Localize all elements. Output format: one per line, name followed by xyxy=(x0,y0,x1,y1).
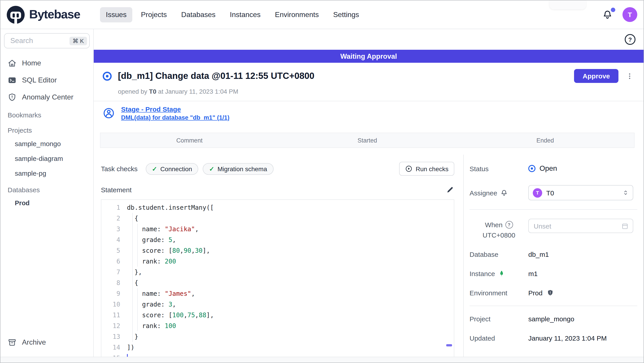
nav-tab-projects[interactable]: Projects xyxy=(135,7,173,22)
code-segment: 80 xyxy=(172,247,180,254)
code-segment: db.student.insertMany([ xyxy=(127,204,214,211)
task-check-label: Migration schema xyxy=(218,165,267,172)
task-check-pills: ✓Connection✓Migration schema xyxy=(146,163,273,175)
nav-tab-environments[interactable]: Environments xyxy=(269,7,325,22)
assignee-person-icon xyxy=(103,107,115,119)
line-number: 5 xyxy=(101,245,127,256)
statement-code-editor[interactable]: 1db.student.insertMany([2 {3 name: "Jaci… xyxy=(101,199,454,358)
code-line: 9 name: "James", xyxy=(101,288,454,299)
sidebar-item-sql-editor[interactable]: SQL Editor xyxy=(0,72,93,89)
when-help-icon[interactable]: ? xyxy=(505,221,513,229)
statement-label: Statement xyxy=(101,186,132,194)
check-icon: ✓ xyxy=(209,165,214,172)
stage-link[interactable]: Stage - Prod Stage xyxy=(121,105,230,113)
code-segment: , xyxy=(191,290,195,297)
user-avatar[interactable]: T xyxy=(622,7,637,22)
more-actions-button[interactable] xyxy=(626,72,634,80)
code-segment: ], xyxy=(206,312,214,319)
code-line: 14]) xyxy=(101,342,454,353)
bottom-bar xyxy=(0,357,644,363)
issue-sidebar-panel: Status Open Assignee xyxy=(463,155,644,358)
run-checks-button[interactable]: Run checks xyxy=(399,162,454,176)
indent-guide xyxy=(132,256,133,267)
sidebar-item-label: Archive xyxy=(22,338,46,347)
code-segment: 88 xyxy=(199,312,206,319)
shield-alert-icon xyxy=(8,93,16,102)
sidebar-item-label: SQL Editor xyxy=(22,76,57,84)
code-segment: score: [ xyxy=(127,312,172,319)
check-icon: ✓ xyxy=(152,165,157,172)
sidebar-item[interactable]: sample-pg xyxy=(0,166,93,181)
indent-guide xyxy=(132,213,133,224)
code-segment: 90 xyxy=(184,247,191,254)
code-text: { xyxy=(127,277,138,288)
code-text: name: "James", xyxy=(127,288,195,299)
panel-divider xyxy=(470,306,637,306)
search-box[interactable]: ⌘ K xyxy=(4,33,90,48)
indent-guide xyxy=(132,321,133,331)
indent-guide xyxy=(132,234,133,245)
task-link[interactable]: DML(data) for database "db_m1" (1/1) xyxy=(121,114,230,121)
terminal-icon xyxy=(8,76,16,85)
nav-tab-databases[interactable]: Databases xyxy=(175,7,221,22)
indent-guide xyxy=(137,245,138,256)
sidebar-item[interactable]: Prod xyxy=(0,196,93,210)
environment-value: Prod xyxy=(528,289,542,297)
project-value: sample_mongo xyxy=(528,315,574,323)
assignee-bell-icon[interactable] xyxy=(500,189,508,196)
when-row: When ? UTC+0800 Unset xyxy=(470,219,637,239)
code-text: rank: 100 xyxy=(127,321,176,331)
nav-tab-instances[interactable]: Instances xyxy=(224,7,266,22)
task-check-pill[interactable]: ✓Connection xyxy=(146,163,198,175)
assignee-select[interactable]: T T0 xyxy=(528,185,633,200)
code-segment: grade: xyxy=(127,236,168,243)
updated-row: Updated January 11, 2023 1:04 PM xyxy=(470,334,637,342)
bytebase-logo[interactable]: Bytebase xyxy=(7,5,93,23)
sidebar-item[interactable]: sample_mongo xyxy=(0,136,93,151)
code-segment: ], xyxy=(202,247,210,254)
code-text: name: "Jacika", xyxy=(127,224,199,234)
task-check-pill[interactable]: ✓Migration schema xyxy=(203,163,273,175)
code-segment: , xyxy=(191,247,195,254)
assignee-row: Assignee T T0 xyxy=(470,185,637,200)
database-value: db_m1 xyxy=(528,251,549,258)
open-status-icon xyxy=(528,165,536,172)
main-nav: IssuesProjectsDatabasesInstancesEnvironm… xyxy=(100,7,365,22)
edit-statement-button[interactable] xyxy=(446,186,454,194)
when-label: When xyxy=(485,221,502,229)
history-column-header: Comment xyxy=(100,137,278,144)
environment-label: Environment xyxy=(470,289,528,297)
sidebar-item-anomaly-center[interactable]: Anomaly Center xyxy=(0,89,93,106)
status-value: Open xyxy=(540,164,557,173)
line-number: 6 xyxy=(101,256,127,267)
project-row: Project sample_mongo xyxy=(470,315,637,323)
editor-scrollbar-thumb[interactable] xyxy=(446,344,452,347)
code-line: 13 } xyxy=(101,331,454,342)
code-segment: "James" xyxy=(165,290,191,297)
calendar-icon xyxy=(621,222,629,230)
approve-button[interactable]: Approve xyxy=(574,69,618,83)
sidebar-item[interactable]: sample-diagram xyxy=(0,151,93,166)
code-segment: score: [ xyxy=(127,247,172,254)
code-segment: ]) xyxy=(127,344,134,351)
statement-column: Task checks ✓Connection✓Migration schema… xyxy=(94,155,463,358)
indent-guide xyxy=(132,310,133,321)
sidebar-item-label: Anomaly Center xyxy=(22,93,73,101)
status-label: Status xyxy=(470,165,528,172)
help-icon[interactable]: ? xyxy=(625,34,636,45)
sidebar-item-archive[interactable]: Archive xyxy=(0,334,93,351)
sidebar-item-home[interactable]: Home xyxy=(0,55,93,72)
bytebase-logo-icon xyxy=(7,5,25,23)
task-check-label: Connection xyxy=(160,165,192,172)
code-text: } xyxy=(127,331,138,342)
nav-tab-issues[interactable]: Issues xyxy=(100,7,132,22)
code-text: { xyxy=(127,213,138,224)
database-row: Database db_m1 xyxy=(470,251,637,258)
home-icon xyxy=(8,59,16,68)
search-input[interactable] xyxy=(10,36,56,45)
notification-bell-button[interactable] xyxy=(602,9,612,20)
when-datetime-input[interactable]: Unset xyxy=(528,219,633,233)
indent-guide xyxy=(137,234,138,245)
nav-tab-settings[interactable]: Settings xyxy=(328,7,365,22)
when-placeholder: Unset xyxy=(534,222,551,230)
